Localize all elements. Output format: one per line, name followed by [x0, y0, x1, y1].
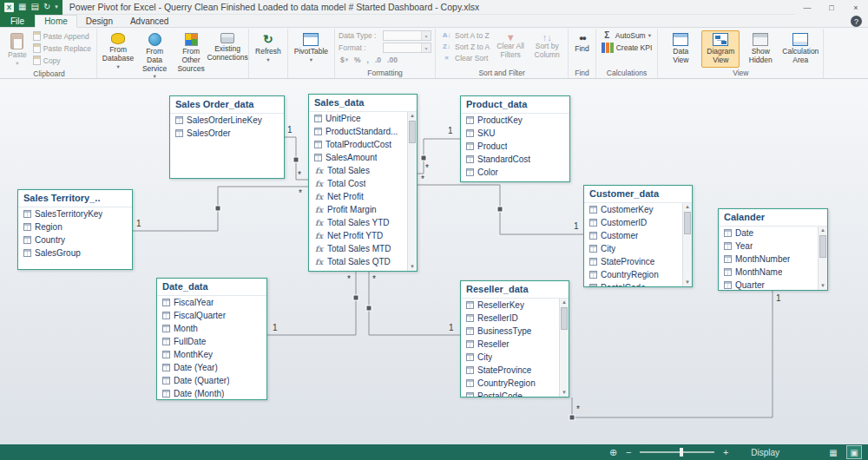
- scroll-up-icon[interactable]: ▲: [819, 227, 827, 234]
- table-field-postalcode[interactable]: PostalCode: [461, 390, 559, 397]
- scroll-thumb[interactable]: [561, 307, 568, 330]
- tab-file[interactable]: File: [0, 15, 35, 27]
- relationship-line[interactable]: [572, 291, 773, 417]
- data-type-select[interactable]: ▾: [383, 30, 431, 41]
- button-paste-replace[interactable]: Paste Replace: [31, 43, 93, 54]
- scroll-thumb[interactable]: [409, 121, 416, 143]
- button-calculation-area[interactable]: Calculation Area: [781, 30, 819, 68]
- diagram-table-sales-territory[interactable]: Sales Territory_..SalesTerritoryKeyRegio…: [17, 189, 133, 270]
- relationship-line[interactable]: [369, 272, 460, 335]
- relationship-handle[interactable]: [497, 207, 503, 212]
- table-field-productstandard[interactable]: ProductStandard...: [309, 125, 407, 138]
- table-field-quarter[interactable]: Quarter: [719, 279, 818, 290]
- table-scrollbar[interactable]: ▲▼: [682, 203, 692, 286]
- button-diagram-view[interactable]: Diagram View: [701, 30, 740, 68]
- restore-button[interactable]: □: [819, 0, 844, 15]
- scroll-down-icon[interactable]: ▼: [408, 263, 417, 271]
- table-field-salesorderlinekey[interactable]: SalesOrderLineKey: [170, 114, 284, 127]
- table-field-total-cost[interactable]: fxTotal Cost: [309, 177, 407, 190]
- scroll-thumb[interactable]: [819, 235, 826, 258]
- table-field-total-sales-ytd[interactable]: fxTotal Sales YTD: [309, 216, 407, 229]
- button-existing-connections[interactable]: Existing Connections: [210, 30, 245, 65]
- refresh-button[interactable]: ↻ Refresh ▾: [253, 30, 284, 65]
- button-data-view[interactable]: Data View: [661, 30, 700, 68]
- table-field-resellerid[interactable]: ResellerID: [461, 312, 559, 325]
- scroll-down-icon[interactable]: ▼: [819, 282, 827, 290]
- table-field-profit-margin[interactable]: fxProfit Margin: [309, 203, 407, 216]
- button-sort-z-to-a[interactable]: Z↓Sort Z to A: [439, 42, 491, 52]
- diagram-table-sales-data[interactable]: Sales_dataUnitPriceProductStandard...Tot…: [308, 94, 418, 272]
- scroll-down-icon[interactable]: ▼: [560, 389, 569, 397]
- diagram-table-date-data[interactable]: Date_dataFiscalYearFiscalQuarterMonthFul…: [156, 278, 267, 400]
- table-field-city[interactable]: City: [461, 351, 559, 364]
- find-button[interactable]: ●● Find: [572, 30, 592, 56]
- table-field-city[interactable]: City: [584, 242, 682, 255]
- table-field-net-profit-ytd[interactable]: fxNet Profit YTD: [309, 229, 407, 242]
- button-sort-a-to-z[interactable]: A↓Sort A to Z: [439, 30, 491, 41]
- table-field-totalproductcost[interactable]: TotalProductCost: [309, 138, 407, 151]
- table-field-date-month[interactable]: Date (Month): [157, 387, 266, 399]
- table-field-stateprovince[interactable]: StateProvince: [584, 255, 682, 268]
- button-paste-append[interactable]: Paste Append: [31, 30, 93, 42]
- scroll-up-icon[interactable]: ▲: [560, 299, 569, 306]
- button-autosum[interactable]: ΣAutoSum▾: [600, 30, 654, 41]
- table-scrollbar[interactable]: ▲▼: [818, 227, 827, 290]
- button-from-other-sources[interactable]: From Other Sources: [174, 30, 208, 76]
- diagram-table-sales-order-data[interactable]: Sales Order_dataSalesOrderLineKeySalesOr…: [169, 95, 285, 179]
- zoom-slider[interactable]: [640, 451, 714, 453]
- relationship-line[interactable]: [267, 272, 356, 335]
- table-field-color[interactable]: Color: [461, 166, 569, 179]
- relationship-handle[interactable]: [215, 206, 220, 211]
- table-field-countryregion[interactable]: CountryRegion: [584, 268, 682, 281]
- table-field-customerid[interactable]: CustomerID: [584, 216, 682, 229]
- zoom-fit-icon[interactable]: ⊕: [609, 447, 617, 458]
- format-select[interactable]: ▾: [383, 43, 431, 53]
- grid-icon[interactable]: ▦: [18, 3, 26, 11]
- diagram-view-toggle-icon[interactable]: ▣: [847, 446, 861, 458]
- diagram-table-reseller-data[interactable]: Reseller_dataResellerKeyResellerIDBusine…: [460, 280, 569, 398]
- diagram-table-calander[interactable]: CalanderDateYearMonthNumberMonthNameQuar…: [718, 208, 828, 291]
- table-field-date-year[interactable]: Date (Year): [157, 361, 266, 374]
- button-create-kpi[interactable]: Create KPI: [600, 42, 654, 54]
- scroll-up-icon[interactable]: ▲: [683, 203, 692, 211]
- table-field-date[interactable]: Date: [719, 227, 818, 240]
- tab-home[interactable]: Home: [35, 15, 77, 28]
- app-icon[interactable]: X: [4, 3, 14, 12]
- table-field-fiscalyear[interactable]: FiscalYear: [157, 296, 266, 309]
- zoom-slider-thumb[interactable]: [680, 448, 683, 457]
- table-field-postalcode[interactable]: PostalCode: [584, 281, 682, 286]
- table-field-fiscalquarter[interactable]: FiscalQuarter: [157, 309, 266, 322]
- minimize-button[interactable]: —: [795, 0, 819, 15]
- button-clear-sort[interactable]: ×Clear Sort: [439, 53, 491, 63]
- table-field-total-sales[interactable]: fxTotal Sales: [309, 164, 407, 177]
- table-field-date-quarter[interactable]: Date (Quarter): [157, 374, 266, 387]
- table-field-monthnumber[interactable]: MonthNumber: [719, 253, 818, 266]
- table-field-total-sales-mtd[interactable]: fxTotal Sales MTD: [309, 242, 407, 255]
- tab-design[interactable]: Design: [77, 15, 122, 27]
- table-field-salesamount[interactable]: SalesAmount: [309, 151, 407, 164]
- zoom-in-button[interactable]: +: [721, 447, 730, 457]
- data-view-toggle-icon[interactable]: ▦: [826, 446, 840, 458]
- table-field-total-sales-qtd[interactable]: fxTotal Sales QTD: [309, 255, 407, 268]
- format-number-button-3[interactable]: .0: [373, 56, 383, 64]
- table-field-unitprice[interactable]: UnitPrice: [309, 112, 407, 125]
- table-field-fulldate[interactable]: FullDate: [157, 335, 266, 348]
- button-sort-by-column[interactable]: ↑↓Sort by Column: [529, 30, 564, 62]
- format-number-button-4[interactable]: .00: [385, 56, 399, 64]
- chevron-down-icon[interactable]: ▾: [55, 3, 58, 10]
- table-field-country[interactable]: Country: [18, 233, 132, 246]
- table-field-customer[interactable]: Customer: [584, 229, 682, 242]
- relationship-handle[interactable]: [569, 415, 575, 420]
- scroll-down-icon[interactable]: ▼: [683, 279, 692, 286]
- save-icon[interactable]: ▤: [30, 3, 38, 11]
- diagram-table-product-data[interactable]: Product_dataProductKeySKUProductStandard…: [460, 95, 570, 182]
- button-show-hidden[interactable]: Show Hidden: [741, 30, 779, 68]
- relationship-handle[interactable]: [353, 295, 358, 300]
- table-field-total-positive-pr[interactable]: fxTotal Positive Pr...: [309, 268, 407, 271]
- pivottable-button[interactable]: PivotTable ▾: [292, 30, 331, 65]
- paste-button[interactable]: Paste ▾: [5, 30, 30, 69]
- table-field-stateprovince[interactable]: StateProvince: [461, 364, 559, 377]
- table-field-monthkey[interactable]: MonthKey: [157, 348, 266, 361]
- diagram-table-customer-data[interactable]: Customer_dataCustomerKeyCustomerIDCustom…: [583, 185, 693, 287]
- table-field-standardcost[interactable]: StandardCost: [461, 153, 569, 166]
